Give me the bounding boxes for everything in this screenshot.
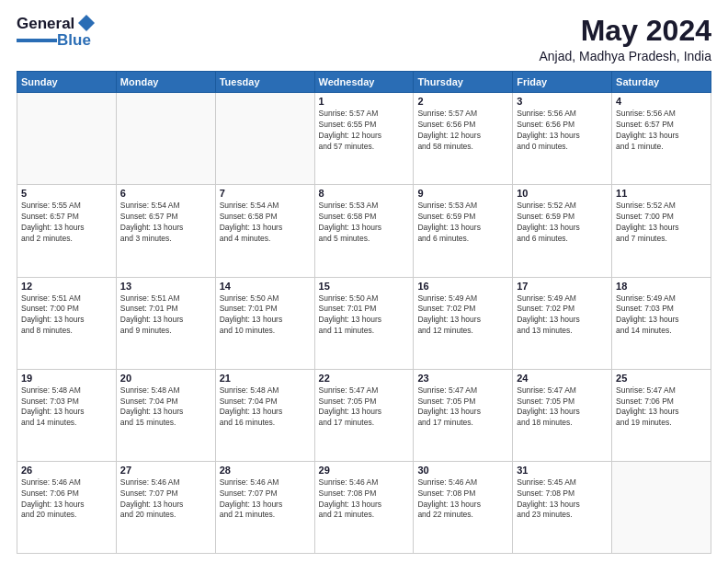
calendar-cell: 30Sunrise: 5:46 AMSunset: 7:08 PMDayligh… bbox=[414, 461, 513, 553]
col-wednesday: Wednesday bbox=[314, 72, 414, 93]
col-thursday: Thursday bbox=[414, 72, 513, 93]
day-number: 25 bbox=[616, 373, 707, 384]
day-number: 31 bbox=[517, 465, 608, 476]
logo: General Blue bbox=[17, 15, 97, 50]
day-number: 26 bbox=[21, 465, 112, 476]
calendar-cell: 25Sunrise: 5:47 AMSunset: 7:06 PMDayligh… bbox=[612, 369, 711, 461]
calendar-cell: 5Sunrise: 5:55 AMSunset: 6:57 PMDaylight… bbox=[17, 185, 117, 277]
day-number: 13 bbox=[120, 281, 211, 292]
day-content: Sunrise: 5:48 AMSunset: 7:03 PMDaylight:… bbox=[21, 385, 112, 430]
day-number: 10 bbox=[517, 188, 608, 199]
day-number: 30 bbox=[417, 465, 508, 476]
day-content: Sunrise: 5:55 AMSunset: 6:57 PMDaylight:… bbox=[21, 201, 112, 245]
calendar-cell: 16Sunrise: 5:49 AMSunset: 7:02 PMDayligh… bbox=[414, 277, 513, 369]
day-number: 5 bbox=[21, 188, 112, 199]
day-number: 15 bbox=[319, 281, 410, 292]
calendar-cell: 29Sunrise: 5:46 AMSunset: 7:08 PMDayligh… bbox=[314, 461, 414, 553]
day-number: 20 bbox=[120, 373, 211, 384]
day-number: 22 bbox=[319, 373, 410, 384]
day-number: 24 bbox=[517, 373, 608, 384]
calendar-cell: 27Sunrise: 5:46 AMSunset: 7:07 PMDayligh… bbox=[116, 461, 215, 553]
day-content: Sunrise: 5:46 AMSunset: 7:06 PMDaylight:… bbox=[21, 477, 112, 522]
calendar-cell: 22Sunrise: 5:47 AMSunset: 7:05 PMDayligh… bbox=[314, 369, 414, 461]
calendar-week-4: 19Sunrise: 5:48 AMSunset: 7:03 PMDayligh… bbox=[17, 369, 711, 461]
calendar-cell: 21Sunrise: 5:48 AMSunset: 7:04 PMDayligh… bbox=[215, 369, 314, 461]
day-content: Sunrise: 5:52 AMSunset: 7:00 PMDaylight:… bbox=[616, 201, 707, 245]
day-content: Sunrise: 5:48 AMSunset: 7:04 PMDaylight:… bbox=[220, 385, 311, 430]
day-content: Sunrise: 5:50 AMSunset: 7:01 PMDaylight:… bbox=[220, 293, 311, 338]
col-monday: Monday bbox=[116, 72, 215, 93]
day-content: Sunrise: 5:48 AMSunset: 7:04 PMDaylight:… bbox=[120, 385, 211, 430]
calendar-table: Sunday Monday Tuesday Wednesday Thursday… bbox=[17, 71, 711, 554]
title-block: May 2024 Anjad, Madhya Pradesh, India bbox=[539, 15, 711, 63]
day-content: Sunrise: 5:54 AMSunset: 6:57 PMDaylight:… bbox=[120, 201, 211, 245]
day-content: Sunrise: 5:49 AMSunset: 7:02 PMDaylight:… bbox=[517, 293, 608, 338]
day-content: Sunrise: 5:52 AMSunset: 6:59 PMDaylight:… bbox=[517, 201, 608, 245]
calendar-cell: 11Sunrise: 5:52 AMSunset: 7:00 PMDayligh… bbox=[612, 185, 711, 277]
day-content: Sunrise: 5:53 AMSunset: 6:58 PMDaylight:… bbox=[319, 201, 410, 245]
day-number: 9 bbox=[417, 188, 508, 199]
day-content: Sunrise: 5:51 AMSunset: 7:01 PMDaylight:… bbox=[120, 293, 211, 338]
day-number: 21 bbox=[220, 373, 311, 384]
day-content: Sunrise: 5:45 AMSunset: 7:08 PMDaylight:… bbox=[517, 477, 608, 522]
calendar-cell bbox=[17, 93, 117, 185]
calendar-cell: 31Sunrise: 5:45 AMSunset: 7:08 PMDayligh… bbox=[513, 461, 612, 553]
day-number: 14 bbox=[220, 281, 311, 292]
day-content: Sunrise: 5:54 AMSunset: 6:58 PMDaylight:… bbox=[220, 201, 311, 245]
day-number: 1 bbox=[319, 96, 410, 107]
day-number: 19 bbox=[21, 373, 112, 384]
calendar-cell: 6Sunrise: 5:54 AMSunset: 6:57 PMDaylight… bbox=[116, 185, 215, 277]
calendar-cell: 18Sunrise: 5:49 AMSunset: 7:03 PMDayligh… bbox=[612, 277, 711, 369]
day-content: Sunrise: 5:51 AMSunset: 7:00 PMDaylight:… bbox=[21, 293, 112, 338]
calendar-cell: 14Sunrise: 5:50 AMSunset: 7:01 PMDayligh… bbox=[215, 277, 314, 369]
calendar-cell: 3Sunrise: 5:56 AMSunset: 6:56 PMDaylight… bbox=[513, 93, 612, 185]
day-number: 17 bbox=[517, 281, 608, 292]
day-content: Sunrise: 5:57 AMSunset: 6:56 PMDaylight:… bbox=[417, 109, 508, 153]
calendar-cell: 13Sunrise: 5:51 AMSunset: 7:01 PMDayligh… bbox=[116, 277, 215, 369]
day-number: 16 bbox=[417, 281, 508, 292]
col-saturday: Saturday bbox=[612, 72, 711, 93]
day-content: Sunrise: 5:47 AMSunset: 7:05 PMDaylight:… bbox=[517, 385, 608, 430]
day-number: 2 bbox=[417, 96, 508, 107]
day-number: 27 bbox=[120, 465, 211, 476]
day-content: Sunrise: 5:56 AMSunset: 6:57 PMDaylight:… bbox=[616, 109, 707, 153]
calendar-cell: 23Sunrise: 5:47 AMSunset: 7:05 PMDayligh… bbox=[414, 369, 513, 461]
day-number: 3 bbox=[517, 96, 608, 107]
header-row: Sunday Monday Tuesday Wednesday Thursday… bbox=[17, 72, 711, 93]
day-content: Sunrise: 5:47 AMSunset: 7:05 PMDaylight:… bbox=[319, 385, 410, 430]
title-month: May 2024 bbox=[539, 15, 711, 47]
day-number: 8 bbox=[319, 188, 410, 199]
page: General Blue May 2024 Anjad, Madhya Prad… bbox=[0, 0, 728, 563]
calendar-cell: 17Sunrise: 5:49 AMSunset: 7:02 PMDayligh… bbox=[513, 277, 612, 369]
logo-general: General bbox=[17, 15, 74, 33]
calendar-cell bbox=[116, 93, 215, 185]
calendar-cell: 10Sunrise: 5:52 AMSunset: 6:59 PMDayligh… bbox=[513, 185, 612, 277]
logo-icon bbox=[76, 13, 97, 33]
day-number: 28 bbox=[220, 465, 311, 476]
calendar-cell: 24Sunrise: 5:47 AMSunset: 7:05 PMDayligh… bbox=[513, 369, 612, 461]
day-content: Sunrise: 5:46 AMSunset: 7:08 PMDaylight:… bbox=[417, 477, 508, 522]
day-content: Sunrise: 5:49 AMSunset: 7:02 PMDaylight:… bbox=[417, 293, 508, 338]
day-number: 23 bbox=[417, 373, 508, 384]
calendar-week-1: 1Sunrise: 5:57 AMSunset: 6:55 PMDaylight… bbox=[17, 93, 711, 185]
calendar-cell bbox=[215, 93, 314, 185]
calendar-cell: 19Sunrise: 5:48 AMSunset: 7:03 PMDayligh… bbox=[17, 369, 117, 461]
calendar-week-3: 12Sunrise: 5:51 AMSunset: 7:00 PMDayligh… bbox=[17, 277, 711, 369]
calendar-week-5: 26Sunrise: 5:46 AMSunset: 7:06 PMDayligh… bbox=[17, 461, 711, 553]
day-number: 18 bbox=[616, 281, 707, 292]
day-number: 7 bbox=[220, 188, 311, 199]
logo-blue: Blue bbox=[57, 31, 91, 50]
calendar-cell: 1Sunrise: 5:57 AMSunset: 6:55 PMDaylight… bbox=[314, 93, 414, 185]
day-number: 12 bbox=[21, 281, 112, 292]
day-number: 6 bbox=[120, 188, 211, 199]
day-number: 29 bbox=[319, 465, 410, 476]
day-content: Sunrise: 5:53 AMSunset: 6:59 PMDaylight:… bbox=[417, 201, 508, 245]
day-content: Sunrise: 5:47 AMSunset: 7:05 PMDaylight:… bbox=[417, 385, 508, 430]
calendar-cell bbox=[612, 461, 711, 553]
calendar-cell: 9Sunrise: 5:53 AMSunset: 6:59 PMDaylight… bbox=[414, 185, 513, 277]
calendar-cell: 26Sunrise: 5:46 AMSunset: 7:06 PMDayligh… bbox=[17, 461, 117, 553]
col-friday: Friday bbox=[513, 72, 612, 93]
day-content: Sunrise: 5:57 AMSunset: 6:55 PMDaylight:… bbox=[319, 109, 410, 153]
svg-marker-0 bbox=[78, 15, 95, 31]
calendar-cell: 15Sunrise: 5:50 AMSunset: 7:01 PMDayligh… bbox=[314, 277, 414, 369]
